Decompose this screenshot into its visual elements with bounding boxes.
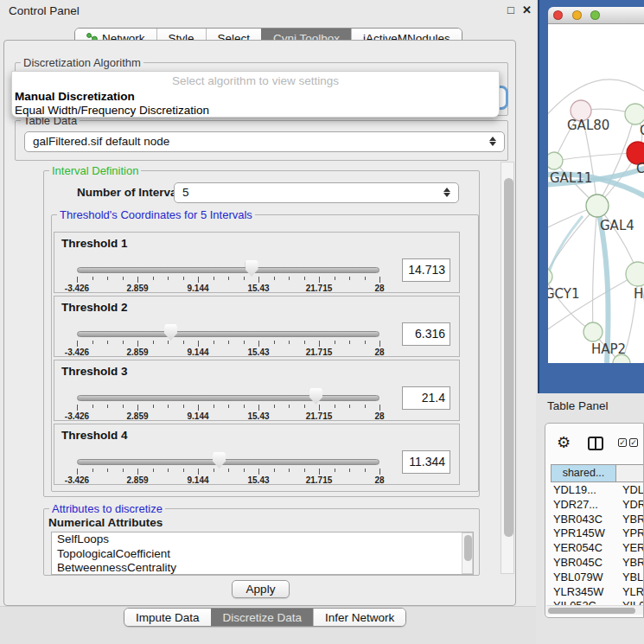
slider-handle[interactable] xyxy=(213,452,226,469)
control-panel-titlebar[interactable]: Control Panel □ ✕ xyxy=(0,0,536,22)
attributes-scrollbar-thumb[interactable] xyxy=(464,535,472,561)
close-traffic-light-icon[interactable] xyxy=(553,10,563,20)
slider-track[interactable] xyxy=(77,459,379,465)
table-row[interactable]: YER054CYER0 xyxy=(551,541,644,556)
attribute-item[interactable]: BetweennessCentrality xyxy=(52,561,473,575)
slider-tick xyxy=(258,341,259,347)
slider-handle[interactable] xyxy=(245,260,258,277)
network-node-h[interactable] xyxy=(626,262,644,286)
network-canvas[interactable]: GAL80GCGAL11GAL4GCY1HHAP2 xyxy=(548,24,644,363)
network-node-hap2[interactable] xyxy=(583,322,603,341)
slider-tick xyxy=(137,341,138,347)
checkbox-icon[interactable]: ✓ xyxy=(629,438,638,447)
threshold-value-field[interactable]: 21.4 xyxy=(402,386,450,410)
table-horizontal-scrollbar[interactable] xyxy=(546,605,643,615)
threshold-value-field[interactable]: 14.713 xyxy=(402,258,450,282)
slider-tick-label: -3.426 xyxy=(58,284,96,293)
columns-icon[interactable] xyxy=(588,437,603,450)
slider-tick xyxy=(198,405,199,411)
close-icon[interactable]: ✕ xyxy=(522,3,532,16)
threshold-value-field[interactable]: 11.344 xyxy=(402,450,450,474)
slider-tick xyxy=(214,277,214,280)
table-row[interactable]: YDL19...YDL1 xyxy=(551,483,644,498)
slider-tick-label: 2.859 xyxy=(118,348,156,357)
network-node-gal4[interactable] xyxy=(586,194,609,217)
slider-track[interactable] xyxy=(77,267,379,273)
table-row[interactable]: YBR043CYBR0 xyxy=(551,513,644,527)
table-row[interactable]: YIL052CYIL0 xyxy=(551,599,644,605)
number-of-intervals-combo[interactable]: 5 xyxy=(174,182,459,203)
network-node-gal11[interactable] xyxy=(548,152,563,169)
slider-tick xyxy=(153,469,154,472)
table-row[interactable]: YLR345WYLR3 xyxy=(551,585,644,600)
slider-tick xyxy=(244,341,245,344)
slider-tick xyxy=(228,277,229,280)
table-cell: YPR1 xyxy=(616,526,644,541)
table-row[interactable]: YBL079WYBL0 xyxy=(551,571,644,585)
table-header-cell[interactable]: shared... xyxy=(551,464,616,482)
threshold-row: Threshold 2-3.4262.8599.14415.4321.71528… xyxy=(54,296,460,357)
table-row[interactable]: YBR045CYBR0 xyxy=(551,556,644,571)
tab-infer-network[interactable]: Infer Network xyxy=(313,609,405,626)
table-cell: YDR27... xyxy=(551,498,616,513)
slider-tick xyxy=(137,405,138,411)
slider-tick xyxy=(107,277,108,280)
apply-button[interactable]: Apply xyxy=(232,580,290,598)
table-header-cell[interactable]: n xyxy=(616,464,644,482)
network-graph[interactable]: GAL80GCGAL11GAL4GCY1HHAP2 xyxy=(548,24,644,363)
dropdown-option[interactable]: Equal Width/Frequency Discretization xyxy=(12,104,499,118)
network-node-label: H xyxy=(634,286,643,302)
slider-track[interactable] xyxy=(77,395,379,401)
float-window-icon[interactable]: □ xyxy=(507,3,514,16)
slider-tick xyxy=(365,469,366,472)
numerical-attributes-list[interactable]: SelfLoopsTopologicalCoefficientBetweenne… xyxy=(51,532,474,575)
bottom-tab-bar: Impute DataDiscretize DataInfer Network xyxy=(124,608,406,627)
slider-tick-label: 28 xyxy=(360,348,399,357)
slider-tick xyxy=(228,405,229,408)
combo-stepper-icon xyxy=(489,136,497,147)
thresholds-stack: Threshold 1-3.4262.8599.14415.4321.71528… xyxy=(54,232,460,488)
slider-tick xyxy=(92,469,93,472)
slider-tick xyxy=(365,277,366,280)
slider-tick xyxy=(319,469,320,475)
threshold-row: Threshold 1-3.4262.8599.14415.4321.71528… xyxy=(54,232,460,293)
panel-scrollbar[interactable] xyxy=(501,162,514,574)
table-body: YDL19...YDL1YDR27...YDR2YBR043CYBR0YPR14… xyxy=(551,483,644,605)
slider-track[interactable] xyxy=(77,331,379,337)
network-window-titlebar[interactable] xyxy=(548,7,644,24)
slider-tick xyxy=(214,469,214,472)
slider-tick xyxy=(214,405,214,408)
threshold-value-field[interactable]: 6.316 xyxy=(402,322,450,346)
discretization-algorithm-label: Discretization Algorithm xyxy=(21,56,143,69)
table-row[interactable]: YPR145WYPR1 xyxy=(551,526,644,541)
slider-tick xyxy=(349,277,350,280)
dropdown-options: Manual DiscretizationEqual Width/Frequen… xyxy=(12,90,499,117)
tab-impute-data[interactable]: Impute Data xyxy=(124,609,211,626)
dropdown-option[interactable]: Manual Discretization xyxy=(12,90,499,104)
table-data-combo[interactable]: galFiltered.sif default node xyxy=(24,131,505,152)
slider-handle[interactable] xyxy=(164,324,177,341)
attribute-item[interactable]: TopologicalCoefficient xyxy=(52,547,473,562)
attribute-item[interactable]: SelfLoops xyxy=(52,532,473,547)
slider-handle[interactable] xyxy=(309,388,322,405)
minimize-traffic-light-icon[interactable] xyxy=(572,10,582,20)
attributes-scrollbar[interactable] xyxy=(462,532,473,574)
table-hscrollbar-thumb[interactable] xyxy=(548,608,635,614)
slider-tick xyxy=(349,405,350,408)
thresholds-group-label: Threshold's Coordinates for 5 Intervals xyxy=(57,208,255,221)
slider-tick xyxy=(258,405,259,411)
table-row[interactable]: YDR27...YDR2 xyxy=(551,498,644,513)
slider-tick xyxy=(183,469,184,472)
threshold-label: Threshold 1 xyxy=(61,237,128,250)
checkbox-icon[interactable]: ✓ xyxy=(618,438,627,447)
table-cell: YDL19... xyxy=(551,483,616,498)
tab-discretize-data[interactable]: Discretize Data xyxy=(211,609,314,626)
gear-icon[interactable]: ⚙ xyxy=(557,435,571,450)
slider-tick xyxy=(228,341,229,344)
network-node-g[interactable] xyxy=(625,104,644,124)
slider-tick xyxy=(168,469,169,472)
panel-scrollbar-thumb[interactable] xyxy=(504,178,513,537)
slider-tick xyxy=(304,341,305,344)
network-node-gcy1[interactable] xyxy=(548,268,552,285)
maximize-traffic-light-icon[interactable] xyxy=(590,10,600,20)
